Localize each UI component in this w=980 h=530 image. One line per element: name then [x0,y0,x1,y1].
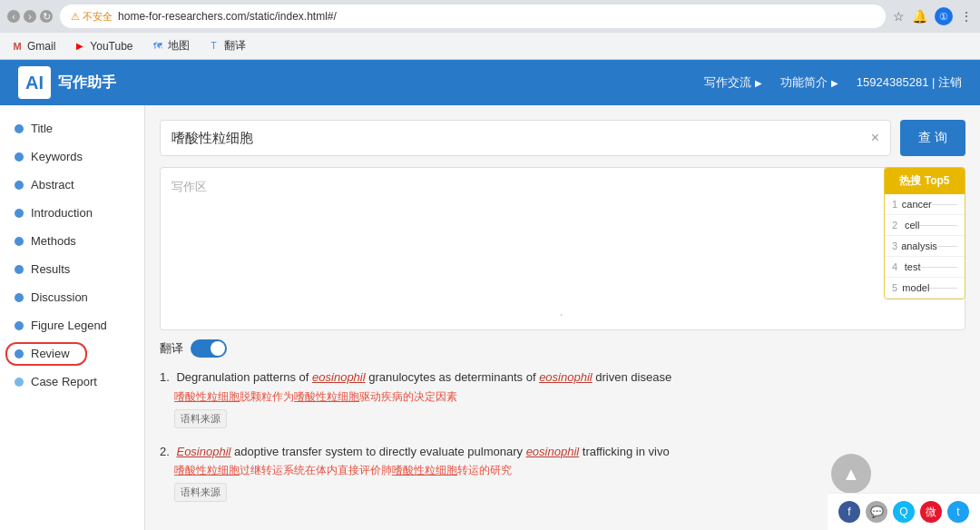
sidebar-dot-keywords [15,152,24,162]
nav-writing-arrow: ▶ [755,78,762,88]
logo-letters: AI [25,73,44,93]
sidebar-dot-methods [15,237,24,246]
twitter-icon[interactable]: t [947,501,969,523]
sidebar-label-results: Results [31,262,70,276]
qq-icon[interactable]: Q [893,501,915,523]
menu-icon[interactable]: ⋮ [960,9,973,24]
result-translation-text-2a: 过继转运系统在体内直接评价肺 [240,464,392,476]
source-badge-1[interactable]: 语料来源 [174,409,227,428]
hot-panel-rank-5: 5 [892,282,898,293]
hot-panel-item-1[interactable]: 1 cancer [885,194,965,215]
hot-panel-text-4: test [905,261,921,272]
sidebar-item-review[interactable]: Review [0,339,144,368]
profile-icon[interactable]: ① [935,7,953,25]
sidebar-item-case-report[interactable]: Case Report [0,368,144,396]
sidebar-dot-review [15,349,24,358]
translation-toggle[interactable] [191,339,227,358]
sidebar-dot-results [15,265,24,274]
result-translation-1: 嗜酸性粒细胞脱颗粒作为嗜酸性粒细胞驱动疾病的决定因素 [174,388,965,406]
bookmark-maps-label: 地图 [168,38,190,54]
translate-icon: T [208,40,220,53]
result-em-2a: Eosinophil [176,445,230,458]
facebook-icon[interactable]: f [838,501,860,523]
security-warning: ⚠ 不安全 [71,10,113,24]
result-number-1: 1. [160,370,170,384]
nav-writing[interactable]: 写作交流 ▶ [704,74,762,91]
hot-panel: 热搜 Top5 1 cancer 2 cell 3 analysis 4 tes… [884,167,965,299]
toggle-slider [191,339,227,358]
result-number-2: 2. [160,445,170,458]
scroll-up-button[interactable]: ▲ [831,454,871,494]
nav-phone-logout[interactable]: 15924385281 | 注销 [857,74,962,91]
bookmark-youtube[interactable]: ▶ YouTube [70,38,136,54]
hot-panel-item-5[interactable]: 5 model [885,278,965,299]
sidebar-dot-figure-legend [15,321,24,330]
translation-label: 翻译 [160,340,183,357]
logo-icon: AI [18,66,51,99]
sidebar-dot-introduction [15,209,24,218]
clear-button[interactable]: × [871,130,879,146]
bookmark-translate-label: 翻译 [224,38,246,54]
hot-panel-rank-2: 2 [892,220,901,231]
sidebar-dot-discussion [15,293,24,302]
weibo-icon[interactable]: 微 [920,501,942,523]
logo-text: 写作助手 [58,74,116,93]
writing-area-placeholder: 写作区 [172,180,207,193]
hot-panel-header: 热搜 Top5 [885,168,965,194]
source-badge-2[interactable]: 语料来源 [174,483,227,502]
gmail-icon: M [11,40,24,53]
sidebar-item-keywords[interactable]: Keywords [0,142,144,171]
sidebar: Title Keywords Abstract Introduction Met… [0,105,145,530]
hot-panel-text-5: model [902,282,929,293]
hot-panel-underline-4 [920,267,957,268]
search-input[interactable] [172,131,871,146]
result-text-content-2: Eosinophil adoptive transfer system to d… [176,445,669,458]
bookmark-maps[interactable]: 🗺 地图 [148,36,193,55]
star-icon[interactable]: ☆ [893,9,905,24]
sidebar-item-methods[interactable]: Methods [0,227,144,255]
hot-panel-underline-2 [919,225,957,226]
sidebar-dot-title [15,124,24,133]
bell-icon[interactable]: 🔔 [912,9,927,24]
sidebar-item-results[interactable]: Results [0,255,144,283]
header-nav: 写作交流 ▶ 功能简介 ▶ 15924385281 | 注销 [704,74,962,91]
address-text: home-for-researchers.com/static/index.ht… [118,10,875,23]
hot-panel-item-4[interactable]: 4 test [885,257,965,278]
maps-icon: 🗺 [152,40,164,53]
hot-panel-underline-5 [929,288,957,289]
sidebar-label-review: Review [31,347,70,360]
hot-panel-rank-4: 4 [892,261,901,272]
sidebar-dot-abstract [15,181,24,190]
bookmark-youtube-label: YouTube [90,40,132,53]
nav-features[interactable]: 功能简介 ▶ [780,74,838,91]
bookmark-gmail[interactable]: M Gmail [7,38,59,54]
result-translation-text-1b: 驱动疾病的决定因素 [359,390,457,403]
hot-panel-item-2[interactable]: 2 cell [885,215,965,236]
sidebar-item-abstract[interactable]: Abstract [0,171,144,199]
nav-phone-logout-label: 15924385281 | 注销 [857,74,962,91]
result-translation-em-1a: 嗜酸性粒细胞 [174,390,240,403]
hot-panel-text-3: analysis [901,240,937,251]
hot-panel-item-3[interactable]: 3 analysis [885,236,965,257]
writing-area[interactable]: 写作区 • [160,167,965,330]
result-item-1: 1. Degranulation patterns of eosinophil … [160,368,965,428]
content-area: × 查 询 写作区 • 翻译 1. Degranulation patterns… [145,105,980,530]
search-button[interactable]: 查 询 [900,120,965,156]
nav-writing-label: 写作交流 [704,74,751,91]
address-bar[interactable]: ⚠ 不安全 home-for-researchers.com/static/in… [60,5,886,28]
refresh-button[interactable]: ↻ [40,10,53,23]
result-text-1: 1. Degranulation patterns of eosinophil … [160,368,965,387]
back-button[interactable]: ‹ [7,10,20,23]
hot-panel-underline-3 [937,246,957,247]
forward-button[interactable]: › [24,10,36,23]
chat-icon[interactable]: 💬 [866,501,887,523]
bookmark-translate[interactable]: T 翻译 [204,36,250,55]
sidebar-item-introduction[interactable]: Introduction [0,199,144,227]
result-em-2b: eosinophil [526,445,580,458]
sidebar-item-figure-legend[interactable]: Figure Legend [0,311,144,339]
hot-panel-rank-3: 3 [892,240,897,251]
nav-features-label: 功能简介 [780,74,828,91]
browser-chrome: ‹ › ↻ ⚠ 不安全 home-for-researchers.com/sta… [0,0,980,60]
sidebar-item-title[interactable]: Title [0,114,144,142]
sidebar-item-discussion[interactable]: Discussion [0,283,144,311]
